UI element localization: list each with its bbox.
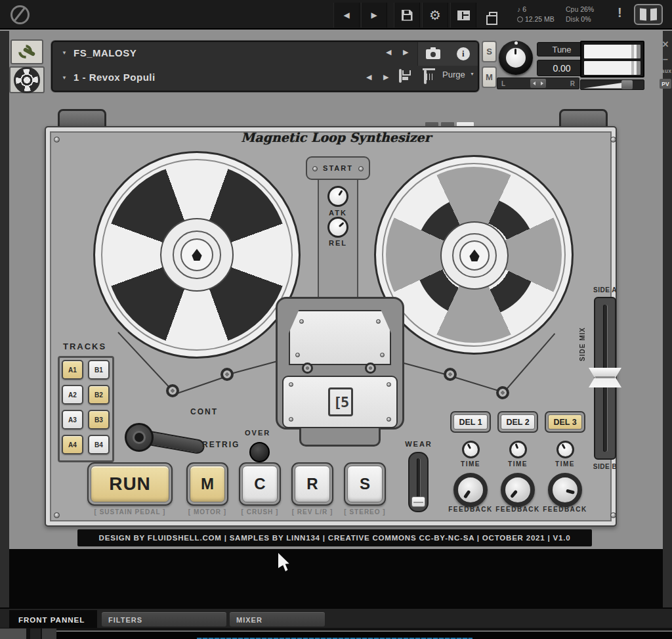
plate-screw	[299, 319, 304, 324]
settings-button[interactable]: ⚙	[422, 3, 448, 28]
motor-sub-label: [ MOTOR ]	[180, 508, 235, 516]
retrig-lever-pivot[interactable]	[125, 423, 154, 452]
close-button[interactable]: ✕	[660, 39, 671, 49]
tab-front-pannel[interactable]: FRONT PANNEL	[9, 610, 97, 629]
mute-button[interactable]: M	[482, 66, 497, 88]
minimize-button[interactable]: –	[660, 54, 671, 64]
instrument-title: 1 - Revox Populi	[74, 72, 156, 83]
right-reel-hub	[440, 221, 509, 290]
delay-3-button[interactable]: DEL 3	[545, 411, 585, 433]
nav-back-button[interactable]: ◀	[333, 3, 360, 28]
volume-handle[interactable]	[621, 80, 633, 89]
gear-icon: ⚙	[429, 9, 441, 22]
track-button-b2[interactable]: B2	[88, 385, 110, 405]
instrument-collapse-caret-icon[interactable]: ▼	[62, 75, 67, 81]
track-button-a3[interactable]: A3	[62, 410, 83, 430]
bottom-strip	[0, 628, 672, 639]
right-reel-tape-ring	[413, 194, 539, 320]
delete-icon[interactable]	[424, 70, 427, 84]
feedback-1-knob[interactable]	[453, 473, 488, 507]
start-label: START	[307, 164, 369, 172]
voices-icon: ♪	[517, 5, 520, 13]
instrument-icon-tile[interactable]	[9, 66, 45, 93]
pan-left-label: L	[501, 80, 505, 87]
spindle-icon	[468, 250, 481, 261]
view-layout-button[interactable]	[450, 3, 476, 28]
level-meters	[580, 41, 644, 77]
workspace-button[interactable]	[480, 3, 506, 28]
nav-forward-button[interactable]: ▶	[361, 3, 387, 28]
run-button[interactable]: RUN	[87, 462, 173, 506]
info-icon[interactable]: i	[457, 47, 470, 60]
panel-screw	[54, 512, 60, 518]
instrument-header-panel: ▼ FS_MALOSY ◀ ▶ i ▼ 1 - Revox Populi ◀ ▶…	[51, 41, 479, 92]
stereo-button[interactable]: S	[344, 462, 386, 506]
track-button-b3[interactable]: B3	[88, 410, 110, 430]
purge-label[interactable]: Purge	[442, 70, 465, 79]
feedback-2-knob[interactable]	[501, 473, 535, 507]
start-plate[interactable]: START	[306, 156, 370, 180]
wrench-icon	[17, 43, 37, 60]
feedback-3-knob[interactable]	[548, 473, 582, 507]
feedback-1-label: FEEDBACK	[444, 506, 497, 513]
time-2-knob[interactable]	[509, 441, 527, 458]
meter-left	[584, 45, 640, 58]
volume-slider[interactable]	[580, 79, 644, 90]
reverse-button[interactable]: R	[291, 462, 333, 506]
bank-collapse-caret-icon[interactable]: ▼	[62, 50, 67, 56]
cpu-value: 26%	[580, 5, 594, 13]
release-knob[interactable]	[327, 217, 348, 238]
left-reel-hub	[160, 218, 234, 292]
track-button-b4[interactable]: B4	[88, 435, 110, 454]
tune-knob-marker	[514, 41, 518, 45]
tab-filters[interactable]: FILTERS	[102, 612, 226, 627]
wear-handle[interactable]	[411, 496, 425, 507]
instrument-next-icon[interactable]: ▶	[383, 73, 388, 81]
windows-icon	[489, 12, 497, 19]
wear-slider[interactable]	[408, 452, 429, 512]
track-button-a1[interactable]: A1	[62, 360, 83, 380]
bank-next-icon[interactable]: ▶	[403, 48, 408, 56]
tune-value-box[interactable]: 0.00	[537, 60, 587, 76]
cpu-disk-stats: Cpu 26% Disk 0%	[566, 5, 594, 24]
stereo-sub-label: [ STEREO ]	[337, 508, 392, 516]
warning-icon[interactable]: !	[618, 5, 622, 20]
time-3-knob[interactable]	[556, 441, 574, 458]
tab-mixer[interactable]: MIXER	[230, 612, 325, 627]
edit-instrument-button[interactable]	[10, 39, 43, 64]
delay-1-button[interactable]: DEL 1	[450, 411, 491, 433]
crush-button[interactable]: C	[239, 462, 281, 506]
pan-handle[interactable]	[530, 79, 546, 88]
keyboard-widget-block	[42, 628, 56, 639]
tune-label: Tune	[552, 45, 571, 55]
tune-knob[interactable]	[499, 41, 533, 75]
spindle-icon	[190, 249, 203, 261]
memory-value: 12.25 MB	[525, 15, 555, 23]
motor-button[interactable]: M	[186, 462, 228, 506]
pan-slider[interactable]: L R	[497, 77, 579, 89]
snapshot-camera-icon[interactable]	[426, 49, 440, 59]
over-button[interactable]	[249, 442, 270, 462]
tune-value: 0.00	[553, 63, 570, 74]
aux-button[interactable]: aux	[660, 68, 672, 74]
snapshot-save-icon[interactable]	[399, 69, 402, 83]
track-button-a2[interactable]: A2	[62, 385, 83, 405]
machine-title: Magnetic Loop Synthesizer	[205, 130, 467, 144]
track-button-b1[interactable]: B1	[88, 360, 110, 380]
attack-knob[interactable]	[327, 186, 348, 207]
track-button-a4[interactable]: A4	[62, 435, 83, 454]
delay-2-button[interactable]: DEL 2	[497, 411, 538, 433]
feedback-2-label: FEEDBACK	[492, 506, 544, 513]
time-1-knob[interactable]	[462, 441, 480, 458]
keyboard-top-edge	[56, 630, 672, 639]
bank-prev-icon[interactable]: ◀	[386, 48, 391, 56]
forward-arrow-icon: ▶	[371, 11, 377, 20]
left-rail	[0, 31, 9, 607]
purge-caret-icon[interactable]: ▼	[470, 72, 474, 76]
solo-button[interactable]: S	[482, 41, 497, 62]
back-arrow-icon: ◀	[343, 11, 349, 20]
pv-button[interactable]: PV	[660, 79, 671, 89]
ni-logo-icon	[634, 4, 663, 25]
save-button[interactable]	[394, 3, 420, 28]
instrument-prev-icon[interactable]: ◀	[366, 73, 371, 81]
